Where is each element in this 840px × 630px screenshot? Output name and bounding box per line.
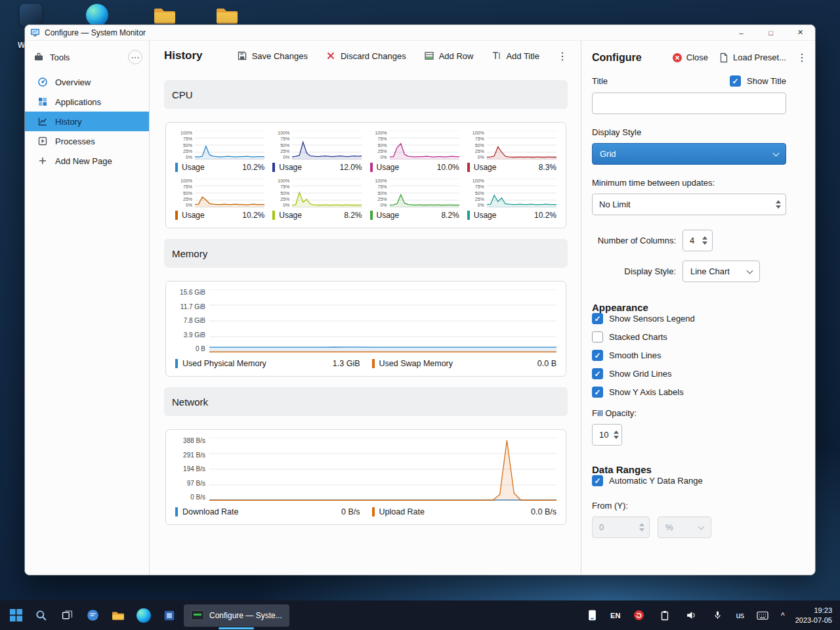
axis-tick-label: 75% <box>183 136 192 141</box>
close-button[interactable]: Close <box>672 52 708 63</box>
fill-opacity-spinbox[interactable]: 10 <box>592 424 622 446</box>
app-grid-icon <box>163 610 175 621</box>
legend-swatch <box>175 163 178 172</box>
smooth-lines-checkbox[interactable] <box>592 350 603 361</box>
axis-tick-label: 50% <box>280 191 289 196</box>
automatic-y-range-checkbox[interactable] <box>592 475 603 486</box>
sidebar-item-history[interactable]: History <box>25 112 149 131</box>
toolbar-overflow-button[interactable]: ⋮ <box>557 50 568 62</box>
load-preset-button[interactable]: Load Preset... <box>719 52 786 63</box>
display-style-select[interactable]: Grid <box>592 143 786 165</box>
spin-up-icon[interactable] <box>614 430 619 434</box>
show-title-option[interactable]: Show Title <box>730 75 786 87</box>
spin-arrows[interactable] <box>697 236 707 245</box>
spin-arrows[interactable] <box>770 200 781 209</box>
chat-button[interactable] <box>85 608 100 623</box>
axis-tick-label: 194 B/s <box>183 466 205 472</box>
axis-tick-label: 0 B <box>196 346 205 352</box>
task-view-button[interactable] <box>59 608 75 623</box>
show-grid-lines-checkbox[interactable] <box>592 368 603 379</box>
minimize-button[interactable]: – <box>726 25 756 41</box>
file-explorer-button[interactable] <box>110 608 126 623</box>
desktop-folder-icon[interactable] <box>215 4 238 26</box>
chart-style-select[interactable]: Line Chart <box>682 261 760 282</box>
keyboard-icon[interactable] <box>755 608 770 623</box>
spin-up-icon[interactable] <box>776 200 781 203</box>
close-window-button[interactable]: ✕ <box>786 25 815 41</box>
sidebar-item-overview[interactable]: Overview <box>25 72 149 92</box>
spin-up-icon <box>639 523 644 526</box>
memory-section-header[interactable]: Memory <box>164 239 568 268</box>
line-chart <box>390 131 459 159</box>
add-row-button[interactable]: Add Row <box>424 51 474 61</box>
spin-arrows[interactable] <box>608 430 619 439</box>
show-y-axis-labels-checkbox[interactable] <box>592 387 603 398</box>
cpu-section-header[interactable]: CPU <box>164 80 568 109</box>
tools-overflow-button[interactable]: ⋯ <box>128 50 142 64</box>
stacked-charts-checkbox[interactable] <box>592 331 603 343</box>
show-y-axis-labels-option[interactable]: Show Y Axis Labels <box>592 387 786 398</box>
show-sensors-legend-checkbox[interactable] <box>592 313 603 324</box>
stacked-charts-option[interactable]: Stacked Charts <box>592 331 786 343</box>
legend-value: 10.0% <box>437 163 459 172</box>
cpu-section-title: CPU <box>172 89 193 100</box>
desktop-app-icon[interactable] <box>20 4 42 26</box>
maximize-button[interactable]: □ <box>756 25 786 41</box>
show-grid-lines-option[interactable]: Show Grid Lines <box>592 368 786 379</box>
save-changes-button[interactable]: Save Changes <box>237 51 308 61</box>
show-title-label: Show Title <box>747 76 786 86</box>
network-section-header[interactable]: Network <box>164 387 568 416</box>
spin-down-icon[interactable] <box>702 242 707 245</box>
tray-language-label[interactable]: EN <box>610 612 620 620</box>
clipboard-icon[interactable] <box>657 608 673 623</box>
notification-update-icon[interactable] <box>631 608 646 623</box>
plus-icon <box>37 156 48 166</box>
legend-value: 8.2% <box>344 211 362 220</box>
desktop-edge-icon[interactable] <box>86 4 108 26</box>
line-chart <box>390 178 459 207</box>
from-y-unit-select: % <box>658 516 711 538</box>
panel-overflow-button[interactable]: ⋮ <box>797 51 807 64</box>
discard-changes-button[interactable]: Discard Changes <box>326 51 406 61</box>
option-label: Automatic Y Data Range <box>609 476 703 486</box>
search-button[interactable] <box>33 608 49 623</box>
device-icon[interactable] <box>584 608 600 623</box>
automatic-y-range-option[interactable]: Automatic Y Data Range <box>592 475 786 486</box>
microphone-icon[interactable] <box>709 608 725 623</box>
app-shortcut-button[interactable] <box>161 608 177 623</box>
taskbar-clock[interactable]: 19:23 2023-07-05 <box>795 606 832 625</box>
display-style-label: Display Style <box>592 127 786 137</box>
close-circle-icon <box>672 52 682 63</box>
desktop-folder-icon[interactable] <box>153 4 175 26</box>
titlebar[interactable]: Configure — System Monitor – □ ✕ <box>25 25 815 41</box>
edge-button[interactable] <box>136 608 152 623</box>
sidebar-item-processes[interactable]: Processes <box>25 131 149 151</box>
taskbar-active-window-button[interactable]: Configure — Syste... <box>184 604 289 627</box>
sidebar-item-add-new-page[interactable]: Add New Page <box>25 151 149 171</box>
spin-down-icon[interactable] <box>614 436 619 439</box>
title-input[interactable] <box>592 93 786 114</box>
smooth-lines-option[interactable]: Smooth Lines <box>592 350 786 361</box>
min-updates-spinbox[interactable]: No Limit <box>592 194 786 215</box>
add-title-button[interactable]: Add Title <box>491 51 539 61</box>
legend-label: Usage <box>474 163 497 172</box>
spin-up-icon[interactable] <box>702 236 707 240</box>
start-button[interactable] <box>8 608 24 623</box>
y-axis-labels: 388 B/s291 B/s194 B/s97 B/s0 B/s <box>175 438 209 501</box>
add-title-label: Add Title <box>506 51 539 61</box>
volume-icon[interactable] <box>683 608 699 623</box>
axis-tick-label: 50% <box>183 191 192 196</box>
toolbar: Save Changes Discard Changes Add Row Add… <box>237 50 568 62</box>
spin-down-icon[interactable] <box>776 205 781 209</box>
option-label: Show Sensors Legend <box>609 314 695 324</box>
memory-card: 15.6 GiB11.7 GiB7.8 GiB3.9 GiB0 B Used P… <box>165 281 566 377</box>
tray-expand-chevron[interactable]: ^ <box>781 611 785 620</box>
tray-keyboard-layout-label[interactable]: us <box>736 611 744 620</box>
from-y-value: 0 <box>599 522 604 532</box>
show-sensors-legend-option[interactable]: Show Sensors Legend <box>592 313 786 324</box>
sidebar-item-applications[interactable]: Applications <box>25 92 149 112</box>
columns-spinbox[interactable]: 4 <box>682 230 713 251</box>
show-title-checkbox[interactable] <box>730 75 741 87</box>
axis-tick-label: 0% <box>478 155 484 159</box>
axis-tick-label: 100% <box>180 178 192 183</box>
